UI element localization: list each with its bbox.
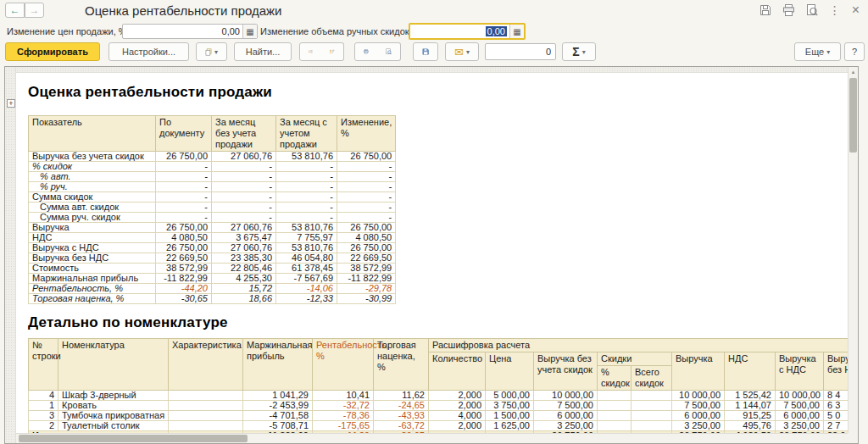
kebab-menu-icon[interactable]: ⋮ bbox=[829, 3, 841, 18]
cell[interactable]: 2 bbox=[29, 421, 58, 431]
horizontal-scroll-thumb[interactable] bbox=[19, 435, 248, 442]
cell[interactable]: -11 822,99 bbox=[337, 274, 396, 284]
save-result-button[interactable] bbox=[413, 42, 438, 61]
cell[interactable] bbox=[169, 411, 243, 421]
cell[interactable]: 1 144,07 bbox=[725, 401, 776, 411]
cell[interactable]: 6 000,00 bbox=[672, 411, 725, 421]
cell[interactable]: 6 000,00 bbox=[776, 411, 824, 421]
cell[interactable]: 27 060,76 bbox=[212, 152, 276, 162]
cell[interactable]: - bbox=[212, 162, 276, 172]
cell[interactable]: - bbox=[156, 203, 212, 213]
cell[interactable]: 27 060,76 bbox=[212, 223, 276, 233]
cell[interactable]: 22 805,46 bbox=[212, 264, 276, 274]
cell[interactable]: 6 000,00 bbox=[534, 411, 598, 421]
cell[interactable] bbox=[598, 411, 632, 421]
cell[interactable]: Выручка bbox=[29, 223, 156, 233]
cell[interactable]: 7 500,00 bbox=[776, 401, 824, 411]
cell[interactable]: 4,000 bbox=[429, 411, 486, 421]
sum-field[interactable] bbox=[485, 43, 556, 60]
send-mail-button[interactable]: ✉ ▾ bbox=[445, 42, 479, 61]
cell[interactable]: 3 250,00 bbox=[776, 421, 824, 431]
close-icon[interactable]: × bbox=[852, 3, 860, 18]
help-button[interactable]: ? bbox=[844, 42, 865, 61]
vertical-scroll-thumb[interactable] bbox=[849, 78, 857, 153]
cell[interactable]: Выручка без учета скидок bbox=[29, 152, 156, 162]
cell[interactable]: 11,62 bbox=[374, 391, 429, 401]
cell[interactable]: Маржинальная прибыль bbox=[29, 274, 156, 284]
discount-change-input[interactable]: 0,00 bbox=[410, 25, 509, 38]
cell[interactable]: -175,65 bbox=[313, 421, 374, 431]
cell[interactable]: 4 255,30 bbox=[212, 274, 276, 284]
cell[interactable]: Стоимость bbox=[29, 264, 156, 274]
cell[interactable]: - bbox=[212, 182, 276, 192]
cell[interactable]: - bbox=[276, 213, 337, 223]
cell[interactable]: Тумбочка прикроватная bbox=[58, 411, 169, 421]
cell[interactable]: - bbox=[156, 213, 212, 223]
horizontal-scrollbar[interactable] bbox=[16, 433, 848, 443]
cell[interactable]: 495,76 bbox=[725, 421, 776, 431]
cell[interactable] bbox=[598, 421, 632, 431]
cell[interactable]: 4 080,50 bbox=[337, 233, 396, 243]
cell[interactable]: - bbox=[212, 213, 276, 223]
cell[interactable]: 1 525,42 bbox=[725, 391, 776, 401]
cell[interactable] bbox=[169, 421, 243, 431]
cell[interactable]: 3 250,00 bbox=[534, 421, 598, 431]
cell[interactable]: 7 755,97 bbox=[276, 233, 337, 243]
cell[interactable]: 7 500,00 bbox=[534, 401, 598, 411]
price-change-input[interactable]: 0,00 bbox=[123, 25, 242, 38]
cell[interactable] bbox=[169, 401, 243, 411]
cell[interactable]: Торговая наценка, % bbox=[29, 294, 156, 304]
cell[interactable]: Выручка с НДС bbox=[29, 243, 156, 253]
cell[interactable]: 53 810,76 bbox=[276, 223, 337, 233]
cell[interactable]: - bbox=[276, 203, 337, 213]
cell[interactable]: 4 080,50 bbox=[156, 233, 212, 243]
cell[interactable]: 22 669,50 bbox=[156, 253, 212, 264]
cell[interactable]: % руч. bbox=[29, 182, 156, 192]
cell[interactable]: 7 500,00 bbox=[672, 401, 725, 411]
report-variants-button[interactable]: ▾ bbox=[196, 42, 227, 61]
cell[interactable]: - bbox=[156, 192, 212, 203]
cell[interactable]: Выручка без НДС bbox=[29, 253, 156, 264]
print-button[interactable] bbox=[354, 42, 378, 61]
cell[interactable]: 2 7 bbox=[824, 421, 849, 431]
cell[interactable]: 1 625,00 bbox=[486, 421, 534, 431]
cell[interactable] bbox=[632, 391, 672, 401]
cell[interactable]: 23 385,30 bbox=[212, 253, 276, 264]
cell[interactable]: 26 750,00 bbox=[156, 152, 212, 162]
cell[interactable]: -44,20 bbox=[156, 284, 212, 294]
cell[interactable]: -32,72 bbox=[313, 401, 374, 411]
cell[interactable] bbox=[169, 391, 243, 401]
cell[interactable]: Туалетный столик bbox=[58, 421, 169, 431]
cell[interactable] bbox=[598, 401, 632, 411]
cell[interactable]: Сумма авт. скидок bbox=[29, 203, 156, 213]
cell[interactable]: 1 041,29 bbox=[243, 391, 313, 401]
save-icon[interactable] bbox=[760, 3, 771, 18]
cell[interactable]: -4 701,58 bbox=[243, 411, 313, 421]
cell[interactable] bbox=[632, 401, 672, 411]
print-icon[interactable] bbox=[782, 3, 795, 18]
cell[interactable]: 38 572,99 bbox=[337, 264, 396, 274]
cell[interactable]: -2 453,99 bbox=[243, 401, 313, 411]
cell[interactable]: - bbox=[156, 182, 212, 192]
cell[interactable]: - bbox=[212, 172, 276, 182]
cell[interactable]: - bbox=[276, 182, 337, 192]
more-button[interactable]: Еще ▾ bbox=[794, 42, 841, 61]
cell[interactable]: - bbox=[156, 162, 212, 172]
cell[interactable]: - bbox=[337, 192, 396, 203]
cell[interactable]: 2,000 bbox=[429, 421, 486, 431]
cell[interactable]: 15,72 bbox=[212, 284, 276, 294]
settings-button[interactable]: Настройки... bbox=[108, 42, 189, 61]
cell[interactable]: - bbox=[212, 192, 276, 203]
cell[interactable]: 3 675,47 bbox=[212, 233, 276, 243]
cell[interactable]: 915,25 bbox=[725, 411, 776, 421]
cell[interactable]: 26 750,00 bbox=[337, 243, 396, 253]
cell[interactable]: -12,33 bbox=[276, 294, 337, 304]
cell[interactable]: 4 bbox=[29, 391, 58, 401]
cell[interactable]: 46 054,80 bbox=[276, 253, 337, 264]
cell[interactable]: 1 500,00 bbox=[486, 411, 534, 421]
print-preview-button[interactable] bbox=[377, 42, 401, 61]
cell[interactable]: -78,36 bbox=[313, 411, 374, 421]
cell[interactable]: -11 822,99 bbox=[156, 274, 212, 284]
cell[interactable]: 53 810,76 bbox=[276, 243, 337, 253]
cell[interactable]: - bbox=[156, 172, 212, 182]
